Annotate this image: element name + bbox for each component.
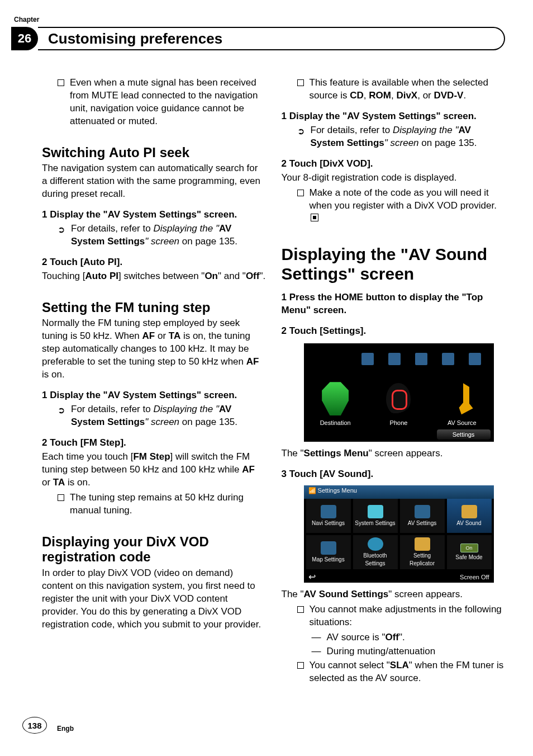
- status-icon: [469, 353, 481, 365]
- cell-bluetooth-settings[interactable]: Bluetooth Settings: [353, 535, 398, 569]
- intro-bullet: Even when a mute signal has been receive…: [58, 77, 266, 128]
- fm-step-1: 1 Display the "AV System Settings" scree…: [42, 389, 266, 402]
- menu-av-source[interactable]: AV Source: [434, 383, 490, 427]
- footer-lang: Engb: [57, 725, 74, 733]
- bullet-icon: [297, 606, 304, 613]
- bullet-icon: [58, 494, 64, 501]
- status-icon: [415, 353, 427, 365]
- music-note-icon: [450, 383, 474, 414]
- screen-off-button[interactable]: Screen Off: [460, 573, 489, 582]
- sound-step-3: 3 Touch [AV Sound].: [282, 468, 506, 481]
- fm-note-text: The tuning step remains at 50 kHz during…: [70, 492, 266, 517]
- dash-icon: —: [312, 645, 321, 658]
- details-ref-3: ➲ For details, refer to Displaying the "…: [297, 124, 506, 150]
- cell-navi-settings[interactable]: Navi Settings: [306, 499, 351, 533]
- restrictions-bullet: You cannot make adjustments in the follo…: [297, 603, 506, 629]
- details-ref-1: ➲ For details, refer to Displaying the "…: [58, 223, 266, 248]
- chapter-title: Customising preferences: [38, 27, 505, 50]
- arrow-icon: ➲: [58, 404, 65, 429]
- heading-divx-vod: Displaying your DivX VOD registration co…: [42, 534, 266, 565]
- bullet-icon: [297, 190, 304, 196]
- menu-phone[interactable]: Phone: [370, 383, 426, 427]
- cell-system-settings[interactable]: System Settings: [353, 499, 398, 533]
- divx-step-1: 1 Display the "AV System Settings" scree…: [282, 110, 506, 123]
- right-column: This feature is available when the selec…: [282, 75, 506, 706]
- screenshot-top-menu: Destination Phone AV Source Settings: [304, 343, 494, 442]
- after-ui2: The "AV Sound Settings" screen appears.: [282, 588, 506, 601]
- status-icon: [361, 353, 374, 365]
- back-button[interactable]: ↩: [308, 571, 316, 583]
- heading-switching-auto-pi: Switching Auto PI seek: [42, 145, 266, 160]
- switch-step-2: 2 Touch [Auto PI].: [42, 256, 266, 269]
- h-switch-em: Auto PI: [109, 145, 156, 160]
- heading-av-sound-settings: Displaying the "AV Sound Settings" scree…: [282, 245, 506, 284]
- h-switch-post: seek: [156, 145, 189, 160]
- divx-body: In order to play DivX VOD (video on dema…: [42, 567, 266, 631]
- settings-button[interactable]: Settings: [437, 429, 491, 440]
- divx-note-text: Make a note of the code as you will need…: [310, 187, 506, 225]
- speaker-icon: [461, 505, 477, 518]
- screenshot-settings-menu: 📶 Settings Menu Navi Settings System Set…: [304, 485, 494, 583]
- heading-fm-step: Setting the FM tuning step: [42, 300, 266, 315]
- phone-label: Phone: [370, 419, 426, 427]
- page-number: 138: [22, 717, 47, 734]
- page: Chapter 26 Customising preferences Even …: [0, 0, 533, 756]
- left-column: Even when a mute signal has been receive…: [42, 75, 266, 706]
- destination-icon: [322, 382, 349, 415]
- end-mark-icon: [311, 214, 318, 221]
- cell-safe-mode[interactable]: OnSafe Mode: [447, 535, 492, 569]
- dash-icon: —: [312, 631, 321, 644]
- dash-1-text: AV source is "Off".: [327, 631, 405, 644]
- fm-step-2-body: Each time you touch [FM Step] will switc…: [42, 451, 266, 489]
- main-menu: Destination Phone AV Source: [304, 368, 494, 427]
- details-text: For details, refer to Displaying the "AV…: [311, 124, 506, 150]
- details-ref-2: ➲ For details, refer to Displaying the "…: [58, 403, 266, 429]
- fm-note-bullet: The tuning step remains at 50 kHz during…: [58, 492, 266, 517]
- dash-row-2: — During muting/attenuation: [312, 645, 506, 658]
- fm-intro: Normally the FM tuning step employed by …: [42, 317, 266, 381]
- chapter-number-badge: 26: [11, 27, 38, 50]
- arrow-icon: ➲: [297, 125, 305, 150]
- phone-icon: [386, 383, 411, 415]
- bullet-icon: [297, 662, 304, 669]
- chapter-label: Chapter: [14, 16, 39, 23]
- arrow-icon: ➲: [58, 224, 65, 248]
- settings-grid: Navi Settings System Settings AV Setting…: [306, 499, 492, 569]
- destination-label: Destination: [307, 419, 363, 427]
- dash-row-1: — AV source is "Off".: [312, 631, 506, 644]
- h-switch-pre: Switching: [42, 145, 109, 160]
- divx-step-2-body: Your 8-digit registration code is displa…: [282, 172, 506, 185]
- dash-2-text: During muting/attenuation: [327, 645, 436, 658]
- sound-step-2: 2 Touch [Settings].: [282, 325, 506, 338]
- sla-bullet: You cannot select "SLA" when the FM tune…: [297, 659, 506, 685]
- restrictions-text: You cannot make adjustments in the follo…: [310, 603, 506, 629]
- settings-menu-title: 📶 Settings Menu: [304, 485, 494, 499]
- replicator-icon: [415, 537, 430, 551]
- after-ui1: The "Settings Menu" screen appears.: [282, 447, 506, 460]
- details-text: For details, refer to Displaying the "AV…: [71, 403, 266, 429]
- cell-av-sound[interactable]: AV Sound: [447, 499, 492, 533]
- switch-intro: The navigation system can automatically …: [42, 162, 266, 201]
- status-icon: [442, 353, 454, 365]
- menu-destination[interactable]: Destination: [307, 382, 363, 427]
- divx-note-bullet: Make a note of the code as you will need…: [297, 187, 506, 225]
- navi-icon: [321, 505, 336, 518]
- cell-map-settings[interactable]: Map Settings: [306, 535, 351, 569]
- cell-setting-replicator[interactable]: Setting Replicator: [400, 535, 445, 569]
- on-toggle[interactable]: On: [460, 544, 478, 552]
- av-icon: [415, 505, 430, 518]
- bluetooth-icon: [368, 537, 383, 551]
- intro-bullet-text: Even when a mute signal has been receive…: [70, 77, 266, 128]
- av-source-label: AV Source: [434, 419, 490, 427]
- sla-text: You cannot select "SLA" when the FM tune…: [310, 659, 506, 685]
- sound-step-1: 1 Press the HOME button to display the "…: [282, 291, 506, 317]
- divx-step-2: 2 Touch [DivX VOD].: [282, 158, 506, 171]
- cell-av-settings[interactable]: AV Settings: [400, 499, 445, 533]
- gear-icon: [368, 505, 383, 518]
- settings-bottom-bar: ↩ Screen Off: [304, 571, 494, 583]
- source-bullet-text: This feature is available when the selec…: [310, 77, 506, 102]
- content-columns: Even when a mute signal has been receive…: [42, 75, 505, 706]
- bullet-icon: [297, 79, 304, 86]
- top-icons-row: [354, 348, 488, 370]
- switch-step-2-body: Touching [Auto PI] switches between "On"…: [42, 270, 266, 283]
